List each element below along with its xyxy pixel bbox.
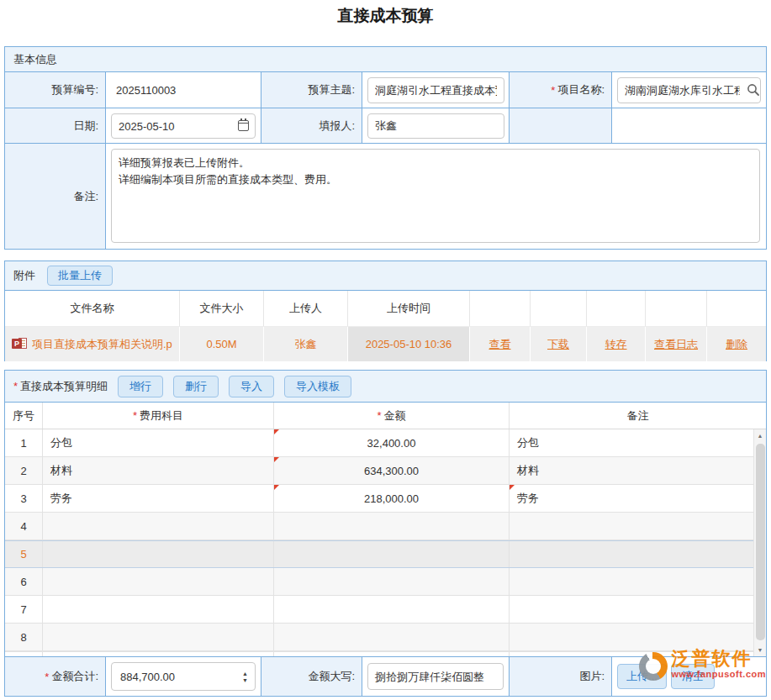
transfer-link[interactable]: 转存 — [605, 337, 627, 352]
download-link[interactable]: 下载 — [547, 337, 569, 352]
edited-corner-marker — [274, 429, 279, 434]
required-asterisk: * — [377, 409, 381, 422]
empty-value-cell — [612, 108, 766, 143]
ppt-file-icon: P — [12, 338, 27, 350]
col-action-4 — [646, 291, 707, 326]
detail-panel: * 直接成本预算明细 增行 删行 导入 导入模板 序号 * 费用科目 * 金额 … — [4, 370, 767, 697]
detail-rows-viewport: 1 分包 32,400.00 分包 2 材料 634,300.00 材料 3 劳… — [5, 429, 766, 656]
image-label: 图片: — [510, 657, 612, 696]
vendor-brand: 泛普软件 — [671, 649, 766, 669]
table-row[interactable]: 8 — [5, 624, 753, 651]
date-input[interactable] — [111, 113, 256, 139]
col-file-size: 文件大小 — [180, 291, 264, 326]
stepper-arrows: ▲ ▼ — [242, 663, 248, 690]
edited-corner-marker — [274, 485, 279, 490]
view-log-link[interactable]: 查看日志 — [654, 337, 698, 352]
action-delete-cell: 删除 — [707, 327, 766, 361]
basic-row-1: 预算编号: 2025110003 预算主题: * 项目名称: — [5, 72, 766, 108]
remark-textarea[interactable]: 详细预算报表已上传附件。 详细编制本项目所需的直接成本类型、费用。 — [111, 149, 760, 243]
project-name-cell — [612, 72, 766, 108]
table-row-selected[interactable]: 5 — [5, 540, 753, 568]
basic-row-remark: 备注: 详细预算报表已上传附件。 详细编制本项目所需的直接成本类型、费用。 — [5, 144, 766, 249]
vertical-scrollbar[interactable]: ▲ ▼ — [753, 429, 766, 656]
import-button[interactable]: 导入 — [229, 376, 274, 397]
attachments-section-header: 附件 批量上传 — [5, 261, 766, 291]
col-category: * 费用科目 — [43, 403, 274, 429]
basic-info-section-header: 基本信息 — [5, 47, 766, 72]
basic-row-2: 日期: 填报人: — [5, 108, 766, 144]
col-amount: * 金额 — [274, 403, 510, 429]
date-cell — [106, 108, 261, 143]
amount-in-words-cell: 捌拾捌万肆仟柒佰圆整 — [362, 657, 510, 696]
stepper-down-icon[interactable]: ▼ — [242, 677, 248, 683]
scrollbar-thumb[interactable] — [756, 444, 765, 640]
subject-cell — [362, 72, 510, 108]
total-amount-stepper[interactable]: 884,700.00 ▲ ▼ — [111, 662, 256, 691]
budget-no-value: 2025110003 — [106, 72, 261, 108]
edited-corner-marker — [274, 457, 279, 462]
attachment-row: P 项目直接成本预算相关说明.p 0.50M 张鑫 2025-05-10 10:… — [5, 327, 766, 361]
view-link[interactable]: 查看 — [489, 337, 511, 352]
required-asterisk: * — [551, 84, 555, 97]
remark-label: 备注: — [5, 144, 106, 249]
action-transfer-cell: 转存 — [587, 327, 646, 361]
reporter-label: 填报人: — [261, 108, 362, 143]
fanpu-logo-icon — [639, 652, 668, 681]
required-asterisk: * — [133, 409, 137, 422]
file-uploader: 张鑫 — [264, 327, 348, 361]
detail-table-header: 序号 * 费用科目 * 金额 备注 — [5, 403, 766, 429]
col-upload-time: 上传时间 — [348, 291, 470, 326]
action-log-cell: 查看日志 — [646, 327, 707, 361]
basic-info-panel: 基本信息 预算编号: 2025110003 预算主题: * 项目名称: — [4, 46, 767, 250]
reporter-input[interactable] — [367, 113, 504, 139]
detail-section-header: * 直接成本预算明细 增行 删行 导入 导入模板 — [5, 371, 766, 403]
calendar-icon[interactable] — [238, 120, 249, 131]
attachments-panel: 附件 批量上传 文件名称 文件大小 上传人 上传时间 P 项目直接成本预算相关说… — [4, 261, 767, 361]
col-action-1 — [470, 291, 531, 326]
scroll-up-icon[interactable]: ▲ — [754, 429, 766, 442]
table-row[interactable]: 3 劳务 218,000.00 劳务 — [5, 485, 753, 513]
col-action-5 — [707, 291, 766, 326]
amount-in-words-box: 捌拾捌万肆仟柒佰圆整 — [367, 663, 504, 690]
batch-upload-button[interactable]: 批量上传 — [47, 266, 113, 286]
date-label: 日期: — [5, 108, 106, 143]
delete-link[interactable]: 删除 — [726, 337, 747, 352]
table-row[interactable]: 1 分包 32,400.00 分包 — [5, 429, 753, 457]
col-remark: 备注 — [510, 403, 766, 429]
file-name-link[interactable]: 项目直接成本预算相关说明.p — [32, 337, 172, 352]
page: 直接成本预算 基本信息 预算编号: 2025110003 预算主题: * 项目名… — [0, 0, 771, 700]
action-view-cell: 查看 — [470, 327, 531, 361]
import-template-button[interactable]: 导入模板 — [284, 376, 351, 397]
attachments-table-header: 文件名称 文件大小 上传人 上传时间 — [5, 291, 766, 327]
reporter-cell — [362, 108, 510, 143]
stepper-up-icon[interactable]: ▲ — [242, 671, 248, 676]
col-action-2 — [531, 291, 587, 326]
subject-label: 预算主题: — [261, 72, 362, 108]
add-row-button[interactable]: 增行 — [118, 376, 163, 397]
budget-no-label: 预算编号: — [5, 72, 106, 108]
table-row[interactable]: 4 — [5, 513, 753, 540]
subject-input[interactable] — [367, 77, 504, 103]
col-file-name: 文件名称 — [5, 291, 180, 326]
col-action-3 — [587, 291, 646, 326]
page-title: 直接成本预算 — [0, 5, 771, 27]
file-size: 0.50M — [180, 327, 264, 361]
action-download-cell: 下载 — [531, 327, 587, 361]
col-seq: 序号 — [5, 403, 43, 429]
table-row[interactable]: 6 — [5, 568, 753, 596]
project-name-input[interactable] — [617, 77, 761, 103]
table-row[interactable]: 7 — [5, 596, 753, 624]
amount-in-words-label: 金额大写: — [261, 657, 362, 696]
delete-row-button[interactable]: 删行 — [173, 376, 219, 397]
file-upload-time: 2025-05-10 10:36 — [348, 327, 470, 361]
remark-cell: 详细预算报表已上传附件。 详细编制本项目所需的直接成本类型、费用。 — [106, 144, 766, 249]
attachments-section-title: 附件 — [13, 268, 35, 283]
table-row[interactable]: 2 材料 634,300.00 材料 — [5, 457, 753, 485]
search-icon[interactable] — [747, 83, 760, 97]
project-name-label: * 项目名称: — [510, 72, 612, 108]
basic-info-section-title: 基本信息 — [13, 52, 57, 67]
edited-corner-marker — [510, 485, 515, 490]
total-amount-cell: 884,700.00 ▲ ▼ — [106, 657, 261, 696]
file-name-cell: P 项目直接成本预算相关说明.p — [5, 327, 180, 361]
empty-label-cell — [510, 108, 612, 143]
